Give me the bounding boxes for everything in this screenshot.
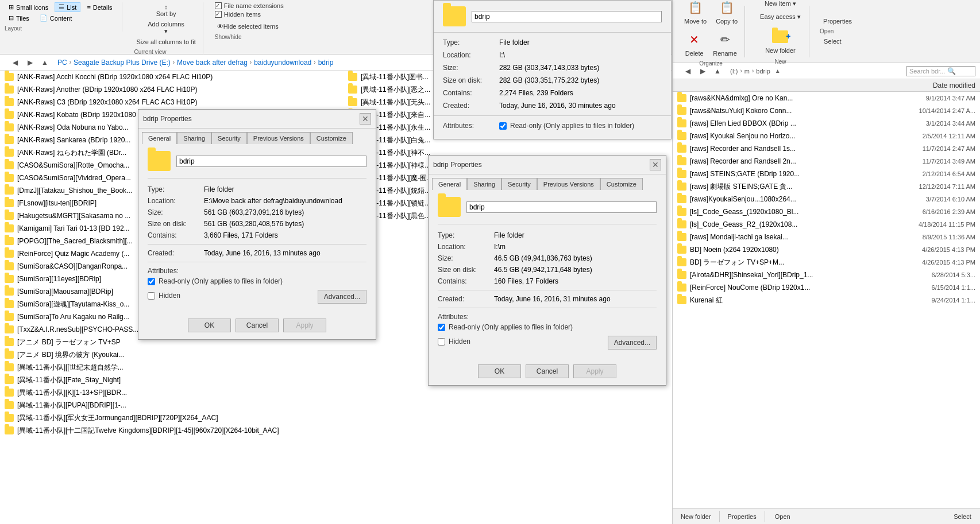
dialog-back-hidden-label[interactable]: Hidden (148, 292, 180, 300)
easy-access-btn[interactable]: Easy access ▾ (757, 11, 804, 23)
dialog-front-advanced-btn[interactable]: Advanced... (608, 336, 657, 350)
select-btn[interactable]: Select (820, 36, 846, 47)
list-item[interactable]: [アニメ BD] 境界の彼方 (Kyoukai... (0, 348, 339, 361)
right-list-item[interactable]: Kurenai 紅 9/24/2014 1:1... (673, 294, 980, 306)
right-breadcrumb-bdrip[interactable]: bdrip (756, 68, 770, 75)
breadcrumb-move[interactable]: Move back after defrag (177, 59, 248, 67)
new-item-btn[interactable]: New item ▾ (757, 0, 804, 10)
right-list-item[interactable]: [raws] Kyoukai Senjou no Horizo... 2/5/2… (673, 130, 980, 142)
list-item[interactable]: [異域-11番小队][Fate_Stay_Night] (0, 374, 339, 386)
right-list-item[interactable]: [raws] STEINS;GATE (BDrip 1920... 2/12/2… (673, 168, 980, 180)
right-list-item[interactable]: [raws&NatsuYuki] Kokoro Conn... 10/14/20… (673, 104, 980, 117)
up-arrow[interactable]: ▲ (38, 56, 52, 69)
right-breadcrumb-m[interactable]: m (744, 68, 750, 75)
right-forward-arrow[interactable]: ▶ (696, 64, 709, 78)
tab-customize-back[interactable]: Customize (310, 132, 353, 144)
right-list-item[interactable]: [raws&KNA&dmlxg] Ore no Kan... 9/1/2014 … (673, 92, 980, 104)
dialog-front-apply-btn[interactable]: Apply (573, 364, 616, 378)
right-list-item[interactable]: BD] Noein (x264 1920x1080) 4/26/2015 4:1… (673, 243, 980, 256)
dialog-front-readonly-label[interactable]: Read-only (Only applies to files in fold… (438, 323, 657, 331)
tab-security-front[interactable]: Security (501, 178, 537, 190)
tab-previous-versions-back[interactable]: Previous Versions (247, 132, 310, 144)
right-list-item[interactable]: [raws] 劇場版 STEINS;GATE 貪... 12/12/2014 7… (673, 180, 980, 193)
dialog-back-advanced-btn[interactable]: Advanced... (318, 290, 366, 304)
list-item[interactable]: [異域-11番小队][恶之... (344, 83, 441, 96)
tab-general-back[interactable]: General (142, 132, 177, 144)
dialog-back-folder-name-input[interactable] (176, 156, 366, 167)
right-list-item[interactable]: [raws] Elfen Lied BDBOX (BDrip ... 3/1/2… (673, 117, 980, 130)
dialog-front-cancel-btn[interactable]: Cancel (526, 364, 569, 378)
dialog-back-readonly-checkbox[interactable] (148, 278, 155, 285)
list-item[interactable]: [ANK-Raws] Acchi Kocchi (BDrip 1920x1080… (0, 71, 339, 83)
breadcrumb-pc[interactable]: PC (57, 59, 67, 67)
tiles-btn[interactable]: ⊟ Tiles (5, 13, 33, 23)
info-name-input[interactable] (472, 11, 662, 22)
bottom-select-btn[interactable]: Select (950, 511, 975, 522)
file-name-extensions-toggle[interactable]: File name extensions (215, 2, 298, 9)
size-columns-btn[interactable]: Size all columns to fit (134, 37, 198, 46)
list-item[interactable]: [ANK-Raws] C3 (BDrip 1920x1080 x264 FLAC… (0, 96, 339, 108)
list-btn[interactable]: ☰ List (55, 2, 80, 12)
forward-arrow[interactable]: ▶ (23, 56, 37, 69)
search-icon[interactable]: 🔍 (947, 67, 956, 75)
right-list-item[interactable]: [ls]_Code_Geass_(1920x1080_Bl... 6/16/20… (673, 205, 980, 218)
dialog-front-hidden-label[interactable]: Hidden (438, 337, 470, 346)
tab-security-back[interactable]: Security (211, 132, 247, 144)
tab-sharing-front[interactable]: Sharing (467, 178, 501, 190)
list-item[interactable]: [異域-11番小队][军火女王Jormungand][BDRIP][720P][… (0, 412, 339, 424)
sort-by-btn[interactable]: ↕ Sort by (134, 2, 198, 18)
dialog-back-cancel-btn[interactable]: Cancel (236, 319, 279, 332)
dialog-front-readonly-checkbox[interactable] (438, 324, 445, 331)
tab-previous-versions-front[interactable]: Previous Versions (537, 178, 600, 190)
bottom-properties-btn[interactable]: Properties (724, 511, 760, 522)
list-item[interactable]: [異域-11番小队][无头... (344, 96, 441, 108)
list-item[interactable]: [異域-11番小队][[世纪末超自然学... (0, 361, 339, 374)
list-item[interactable]: [異域-11番小队][PUPA][BDRIP][1-... (0, 399, 339, 412)
bottom-open-btn[interactable]: Open (770, 511, 796, 522)
info-readonly-checkbox[interactable] (499, 122, 507, 130)
dialog-front-hidden-checkbox[interactable] (438, 338, 445, 346)
move-to-btn[interactable]: 📋 Move to (681, 0, 710, 27)
content-btn[interactable]: 📄 Content (36, 13, 76, 23)
breadcrumb-drive[interactable]: Seagate Backup Plus Drive (E:) (74, 59, 171, 67)
dialog-back-ok-btn[interactable]: OK (188, 319, 231, 332)
new-folder-large-btn[interactable]: + New folder (762, 25, 799, 56)
add-columns-btn[interactable]: Add columns ▾ (134, 20, 198, 36)
copy-to-btn[interactable]: 📋 Copy to (712, 0, 741, 27)
right-list-item[interactable]: [Airota&DHR][Shinsekai_Yori][BDrip_1... … (673, 269, 980, 281)
list-item[interactable]: [異域-11番小队][K][1-13+SP][BDR... (0, 386, 339, 399)
list-item[interactable]: [ANK-Raws] Another (BDrip 1920x1080 x264… (0, 83, 339, 96)
details-btn[interactable]: ≡ Details (83, 2, 116, 12)
breadcrumb-baiduyun[interactable]: baiduyundownload (254, 59, 311, 67)
dialog-front-ok-btn[interactable]: OK (478, 364, 521, 378)
tab-general-front[interactable]: General (432, 178, 467, 190)
hide-selected-btn[interactable]: 👁 Hide selected items (215, 22, 298, 31)
right-list-item[interactable]: [ls]_Code_Geass_R2_(1920x108... 4/18/201… (673, 218, 980, 231)
dialog-front-folder-name-input[interactable] (466, 201, 657, 213)
rename-btn[interactable]: ✏ Rename (709, 28, 740, 59)
hidden-items-checkbox[interactable] (215, 11, 222, 18)
dialog-front-close-btn[interactable]: ✕ (650, 159, 661, 170)
breadcrumb-dropdown[interactable]: ▲ (775, 68, 781, 74)
right-list-item[interactable]: [raws] Recorder and Randsell 2n... 11/7/… (673, 155, 980, 168)
right-list-item[interactable]: [raws]KyoukaiSenjou...1080x264... 3/7/20… (673, 193, 980, 205)
file-name-extensions-checkbox[interactable] (215, 2, 222, 9)
list-item[interactable]: [異域-11番小队][十二国記Twelve Kingdoms][BDRIP][1… (0, 424, 339, 437)
small-icons-btn[interactable]: ⊞ Small icons (5, 2, 52, 12)
back-arrow[interactable]: ◀ (8, 56, 22, 69)
breadcrumb-bdrip[interactable]: bdrip (318, 59, 334, 67)
right-list-item[interactable]: [raws] Mondaiji-tachi ga Isekai... 8/9/2… (673, 231, 980, 243)
right-list-item[interactable]: [ReinForce] NouCome (BDrip 1920x1... 6/1… (673, 281, 980, 294)
dialog-back-apply-btn[interactable]: Apply (283, 319, 326, 332)
right-list-item[interactable]: [raws] Recorder and Randsell 1s... 11/7/… (673, 142, 980, 155)
dialog-back-readonly-label[interactable]: Read-only (Only applies to files in fold… (148, 277, 366, 285)
dialog-back-close-btn[interactable]: ✕ (360, 113, 371, 125)
delete-btn[interactable]: ✕ Delete (681, 28, 707, 59)
right-up-arrow[interactable]: ▲ (711, 64, 724, 78)
right-list-item[interactable]: BD] ラーゼフォン TV+SP+M... 4/26/2015 4:13 PM (673, 256, 980, 269)
info-readonly-label[interactable]: Read-only (Only applies to files in fold… (499, 122, 634, 130)
tab-customize-front[interactable]: Customize (600, 178, 643, 190)
bottom-new-folder-btn[interactable]: New folder (677, 511, 715, 522)
right-back-arrow[interactable]: ◀ (681, 64, 695, 78)
search-box[interactable]: Search bdr... 🔍 (906, 66, 975, 76)
